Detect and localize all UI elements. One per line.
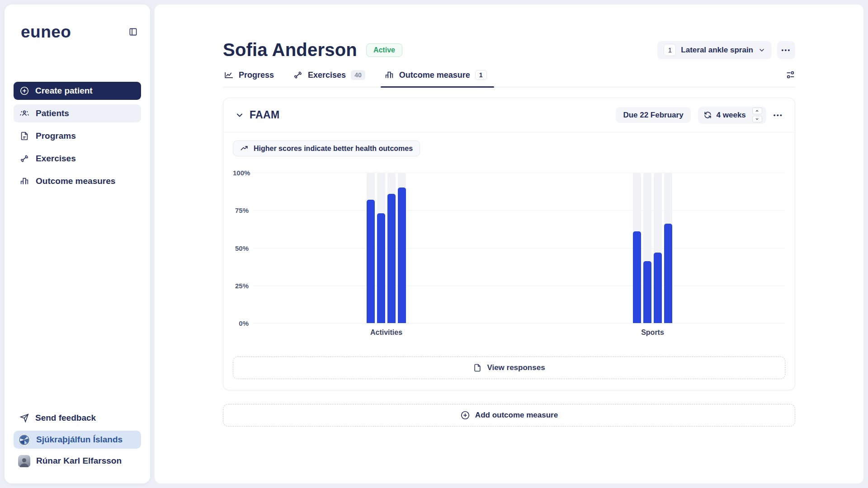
- sidebar-nav: Patients Programs Exercises Outcome meas…: [14, 104, 141, 190]
- send-feedback-label: Send feedback: [35, 413, 96, 423]
- measure-more-button[interactable]: •••: [774, 112, 783, 118]
- user-account-item[interactable]: Rúnar Karl Elfarsson: [14, 452, 141, 470]
- condition-count-badge: 1: [664, 44, 676, 56]
- organization-item[interactable]: Sjúkraþjálfun Íslands: [14, 431, 141, 449]
- status-badge: Active: [366, 43, 402, 57]
- collapse-card-chevron-icon[interactable]: [235, 111, 244, 120]
- score-bar: [398, 188, 406, 323]
- measure-title: FAAM: [250, 109, 279, 121]
- sidebar-item-label: Outcome measures: [36, 176, 115, 186]
- condition-dropdown[interactable]: 1 Lateral ankle sprain: [657, 41, 772, 59]
- document-icon: [473, 363, 482, 372]
- bar-track: [367, 173, 375, 323]
- organization-logo-icon: [18, 434, 30, 446]
- y-axis-tick-label: 0%: [233, 319, 249, 327]
- gridline: [253, 210, 785, 211]
- frequency-stepper: [752, 108, 762, 122]
- category-label: Activities: [370, 328, 402, 337]
- y-axis-tick-label: 50%: [233, 244, 249, 252]
- add-outcome-measure-button[interactable]: Add outcome measure: [223, 404, 795, 427]
- outcome-measure-icon: [384, 70, 394, 80]
- bar-track: [377, 173, 385, 323]
- sidebar-item-exercises[interactable]: Exercises: [14, 150, 141, 168]
- score-info-badge: Higher scores indicate better health out…: [233, 141, 420, 156]
- create-patient-button[interactable]: Create patient: [14, 82, 141, 100]
- patient-more-button[interactable]: •••: [777, 41, 795, 59]
- bar-track: [664, 173, 672, 323]
- gridline: [253, 173, 785, 173]
- gridline: [253, 323, 785, 324]
- bar-group-activities: Activities: [367, 173, 406, 323]
- faam-measure-card: FAAM Due 22 February 4 weeks: [223, 98, 795, 390]
- score-bar: [664, 224, 672, 323]
- sidebar-item-programs[interactable]: Programs: [14, 127, 141, 145]
- stepper-up-button[interactable]: [752, 108, 762, 114]
- frequency-chip[interactable]: 4 weeks: [698, 107, 766, 124]
- category-label: Sports: [641, 328, 664, 337]
- patient-name: Sofia Anderson: [223, 40, 357, 60]
- progress-chart-icon: [224, 70, 234, 80]
- score-bar: [643, 261, 651, 323]
- trending-up-icon: [240, 144, 249, 153]
- bar-track: [654, 173, 662, 323]
- plus-circle-icon: [460, 410, 470, 420]
- frequency-label: 4 weeks: [717, 111, 746, 120]
- patients-icon: [19, 108, 29, 118]
- score-info-text: Higher scores indicate better health out…: [254, 145, 413, 153]
- sidebar-item-outcome-measures[interactable]: Outcome measures: [14, 172, 141, 190]
- user-name: Rúnar Karl Elfarsson: [36, 456, 122, 466]
- sidebar-item-patients[interactable]: Patients: [14, 104, 141, 122]
- send-feedback-button[interactable]: Send feedback: [14, 409, 141, 427]
- score-bar: [654, 253, 662, 324]
- tab-count-badge: 1: [475, 70, 487, 80]
- sidebar-item-label: Exercises: [36, 154, 76, 164]
- user-avatar: [18, 455, 30, 467]
- main-panel: Sofia Anderson Active 1 Lateral ankle sp…: [155, 5, 863, 483]
- view-responses-label: View responses: [487, 363, 545, 372]
- plus-circle-icon: [19, 86, 29, 96]
- chevron-down-icon: [758, 47, 765, 54]
- score-bar: [633, 231, 641, 323]
- bar-track: [387, 173, 396, 323]
- filter-settings-icon[interactable]: [786, 70, 795, 80]
- refresh-icon: [703, 111, 712, 119]
- y-axis-tick-label: 75%: [233, 206, 249, 214]
- exercises-dumbbell-icon: [19, 154, 29, 164]
- score-bar: [387, 194, 396, 323]
- bar-track: [398, 173, 406, 323]
- programs-icon: [19, 131, 29, 141]
- tab-count-badge: 40: [351, 70, 365, 80]
- tab-exercises[interactable]: Exercises 40: [292, 70, 366, 87]
- score-bar: [367, 200, 375, 323]
- view-responses-button[interactable]: View responses: [233, 357, 785, 379]
- create-patient-label: Create patient: [35, 86, 93, 96]
- tab-progress[interactable]: Progress: [223, 70, 275, 87]
- tab-bar: Progress Exercises 40 Outcome measure 1: [223, 70, 795, 87]
- score-bar: [377, 213, 385, 323]
- sidebar-item-label: Programs: [36, 131, 76, 141]
- tab-outcome-measure[interactable]: Outcome measure 1: [383, 70, 488, 87]
- due-date-chip[interactable]: Due 22 February: [616, 107, 690, 123]
- collapse-sidebar-icon[interactable]: [129, 28, 137, 36]
- condition-label: Lateral ankle sprain: [681, 46, 753, 55]
- stepper-down-button[interactable]: [752, 116, 762, 122]
- sidebar-item-label: Patients: [36, 108, 69, 118]
- add-outcome-measure-label: Add outcome measure: [475, 411, 558, 420]
- tab-label: Progress: [239, 70, 274, 80]
- y-axis-tick-label: 100%: [233, 169, 249, 177]
- paper-plane-icon: [19, 413, 29, 423]
- bar-track: [643, 173, 651, 323]
- gridline: [253, 248, 785, 249]
- bar-group-sports: Sports: [633, 173, 672, 323]
- sidebar: euneo Create patient Patients Programs: [5, 5, 150, 483]
- y-axis-tick-label: 25%: [233, 282, 249, 289]
- tab-label: Outcome measure: [399, 70, 470, 80]
- tab-label: Exercises: [308, 70, 346, 80]
- gridline: [253, 286, 785, 286]
- organization-name: Sjúkraþjálfun Íslands: [36, 435, 123, 445]
- faam-chart: 0%25%50%75%100%ActivitiesSports: [233, 173, 785, 323]
- exercises-dumbbell-icon: [293, 70, 303, 80]
- euneo-logo: euneo: [21, 23, 71, 40]
- outcome-measures-icon: [19, 176, 29, 186]
- bar-track: [633, 173, 641, 323]
